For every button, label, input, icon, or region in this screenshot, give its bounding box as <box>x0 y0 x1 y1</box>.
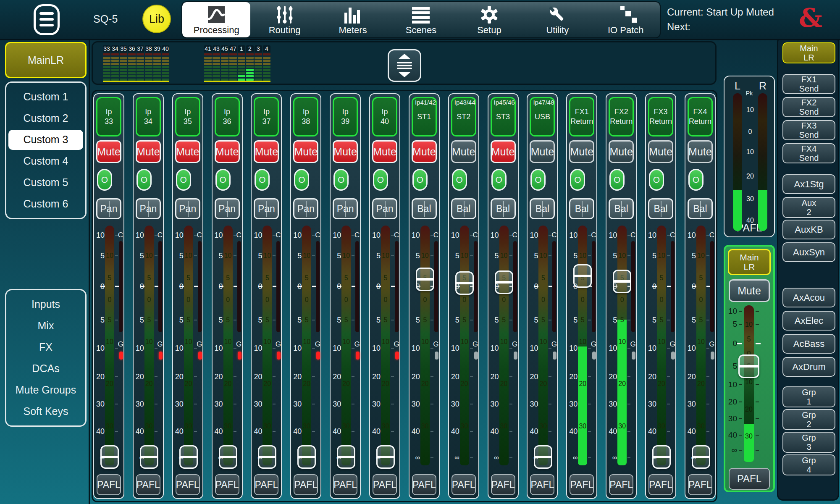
mix-button-axdrum[interactable]: AxDrum <box>782 357 835 377</box>
pafl-button[interactable]: PAFL <box>452 474 476 495</box>
channel-name-button[interactable]: Ip47/48USB <box>530 97 555 136</box>
fader-knob[interactable] <box>495 270 513 294</box>
pafl-button[interactable]: PAFL <box>570 474 594 495</box>
mute-button[interactable]: Mute <box>96 140 121 163</box>
library-button[interactable]: Lib <box>142 5 171 33</box>
fader-knob[interactable] <box>337 445 355 469</box>
channel-name-button[interactable]: Ip38 <box>293 97 318 136</box>
tab-meters[interactable]: Meters <box>319 2 387 37</box>
mix-button-acbass[interactable]: AcBass <box>782 334 835 354</box>
tab-setup[interactable]: Setup <box>455 2 523 37</box>
pafl-button[interactable]: PAFL <box>373 474 397 495</box>
main-lr-pafl-button[interactable]: PAFL <box>729 468 770 490</box>
mix-button-fx1-send[interactable]: FX1Send <box>782 74 835 94</box>
sidebar-item-dcas[interactable]: DCAs <box>8 359 83 379</box>
mute-button[interactable]: Mute <box>175 140 200 163</box>
fader-knob[interactable] <box>692 445 710 469</box>
main-lr-mute-button[interactable]: Mute <box>729 279 770 302</box>
mute-button[interactable]: Mute <box>491 140 516 163</box>
mute-button[interactable]: Mute <box>412 140 437 163</box>
pafl-button[interactable]: PAFL <box>609 474 633 495</box>
channel-name-button[interactable]: Ip45/46ST3 <box>491 97 516 136</box>
mute-button[interactable]: Mute <box>688 140 713 163</box>
fader-knob[interactable] <box>179 445 198 469</box>
pan-button[interactable]: Pan <box>333 198 358 219</box>
bank-scroll-button[interactable] <box>388 49 421 82</box>
mute-button[interactable]: Mute <box>530 140 555 163</box>
fader-knob[interactable] <box>455 271 474 295</box>
pafl-button[interactable]: PAFL <box>688 474 712 495</box>
pafl-button[interactable]: PAFL <box>294 474 318 495</box>
mute-button[interactable]: Mute <box>648 140 673 163</box>
mix-button-aux-2[interactable]: Aux2 <box>782 197 835 218</box>
pan-button[interactable]: Bal <box>569 198 594 219</box>
tab-routing[interactable]: Routing <box>250 2 318 37</box>
pafl-button[interactable]: PAFL <box>491 474 515 495</box>
pafl-button[interactable]: PAFL <box>176 474 200 495</box>
channel-name-button[interactable]: FX1Return <box>569 97 594 136</box>
fader-knob[interactable] <box>573 264 592 288</box>
pafl-button[interactable]: PAFL <box>412 474 436 495</box>
fader-knob[interactable] <box>738 354 759 378</box>
channel-name-button[interactable]: FX3Return <box>648 97 673 136</box>
channel-name-button[interactable]: FX4Return <box>688 97 713 136</box>
channel-name-button[interactable]: FX2Return <box>609 97 634 136</box>
sidebar-item-custom-2[interactable]: Custom 2 <box>8 108 83 129</box>
pan-button[interactable]: Pan <box>96 198 121 219</box>
mute-button[interactable]: Mute <box>215 140 240 163</box>
sidebar-item-mute-groups[interactable]: Mute Groups <box>8 380 83 400</box>
mute-button[interactable]: Mute <box>293 140 318 163</box>
fader-knob[interactable] <box>534 445 552 469</box>
sidebar-item-mainlr[interactable]: MainLR <box>5 42 87 78</box>
tab-scenes[interactable]: Scenes <box>387 2 455 37</box>
channel-name-button[interactable]: Ip43/44ST2 <box>451 97 476 136</box>
pafl-button[interactable]: PAFL <box>530 474 554 495</box>
sidebar-item-mix[interactable]: Mix <box>8 316 83 336</box>
pan-button[interactable]: Pan <box>254 198 279 219</box>
pan-button[interactable]: Pan <box>215 198 240 219</box>
mute-button[interactable]: Mute <box>333 140 358 163</box>
pan-button[interactable]: Pan <box>175 198 200 219</box>
mix-button-auxsyn[interactable]: AuxSyn <box>782 242 835 262</box>
tab-io-patch[interactable]: IO Patch <box>592 2 660 37</box>
mute-button[interactable]: Mute <box>569 140 594 163</box>
pan-button[interactable]: Pan <box>372 198 397 219</box>
mute-button[interactable]: Mute <box>136 140 161 163</box>
mix-button-fx2-send[interactable]: FX2Send <box>782 97 835 117</box>
tab-processing[interactable]: Processing <box>182 2 250 37</box>
sidebar-item-custom-5[interactable]: Custom 5 <box>8 173 83 193</box>
mute-button[interactable]: Mute <box>372 140 397 163</box>
channel-name-button[interactable]: Ip35 <box>175 97 200 136</box>
fader-knob[interactable] <box>376 445 395 469</box>
mute-button[interactable]: Mute <box>254 140 279 163</box>
channel-name-button[interactable]: Ip37 <box>254 97 279 136</box>
sidebar-item-custom-4[interactable]: Custom 4 <box>8 151 83 171</box>
mute-button[interactable]: Mute <box>609 140 634 163</box>
fader-knob[interactable] <box>100 445 119 469</box>
sidebar-item-custom-1[interactable]: Custom 1 <box>8 87 83 107</box>
pan-button[interactable]: Bal <box>530 198 555 219</box>
mix-button-grp-1[interactable]: Grp1 <box>782 386 835 407</box>
pafl-button[interactable]: PAFL <box>136 474 160 495</box>
menu-icon[interactable] <box>34 4 60 35</box>
channel-name-button[interactable]: Ip34 <box>136 97 161 136</box>
pan-button[interactable]: Bal <box>688 198 713 219</box>
pafl-button[interactable]: PAFL <box>648 474 673 495</box>
sidebar-item-custom-3[interactable]: Custom 3 <box>8 130 83 150</box>
mix-button-grp-2[interactable]: Grp2 <box>782 409 835 430</box>
fader-knob[interactable] <box>652 445 671 469</box>
pan-button[interactable]: Bal <box>491 198 516 219</box>
pafl-button[interactable]: PAFL <box>215 474 239 495</box>
mix-button-fx3-send[interactable]: FX3Send <box>782 120 835 140</box>
pafl-button[interactable]: PAFL <box>254 474 278 495</box>
tab-utility[interactable]: Utility <box>523 2 591 37</box>
mix-button-auxkb[interactable]: AuxKB <box>782 220 835 239</box>
sidebar-item-fx[interactable]: FX <box>8 337 83 357</box>
mute-button[interactable]: Mute <box>451 140 476 163</box>
fader-knob[interactable] <box>416 268 434 291</box>
mix-button-fx4-send[interactable]: FX4Send <box>782 143 835 163</box>
channel-name-button[interactable]: Ip36 <box>215 97 240 136</box>
channel-name-button[interactable]: Ip33 <box>96 97 121 136</box>
channel-name-button[interactable]: Ip39 <box>333 97 358 136</box>
pan-button[interactable]: Bal <box>609 198 634 219</box>
